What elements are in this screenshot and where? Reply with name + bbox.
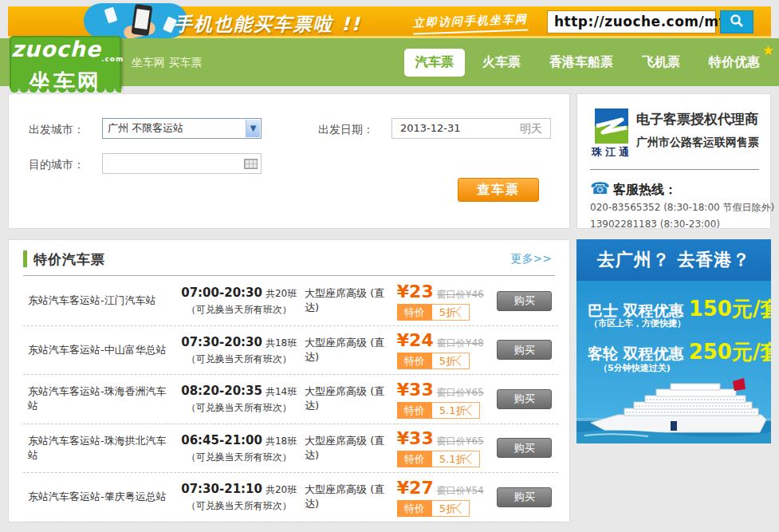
star-icon: ★ [762, 42, 774, 58]
mobile-url-box[interactable]: http://zuoche.com/mt [547, 10, 716, 33]
special-price: ¥33 [397, 380, 434, 400]
divider [23, 275, 555, 276]
site-logo[interactable]: zuoche.com 坐车网 [10, 36, 121, 89]
route-name: 东站汽车客运站-中山富华总站 [23, 343, 173, 357]
time-cell: 07:00-20:30共20班 （可兑换当天所有班次） [173, 285, 305, 317]
time-cell: 06:45-21:00共18班 （可兑换当天所有班次） [173, 432, 305, 464]
discount-badge: 特价5折 [397, 304, 470, 321]
section-title: 特价汽车票 [33, 250, 105, 269]
promo-banner: 手机也能买车票啦 !! 立即访问手机坐车网 http://zuoche.com/… [8, 6, 771, 38]
discount-badge: 特价5.1折 [397, 402, 480, 419]
depart-date-field[interactable]: 2013-12-31 明天 [391, 118, 551, 139]
discount-badge: 特价5折 [397, 353, 470, 369]
search-tickets-button[interactable]: 查车票 [458, 178, 539, 202]
agency-title: 电子客票授权代理商 [636, 110, 758, 128]
more-link[interactable]: 更多>> [511, 252, 552, 266]
route-name: 东站汽车客运站-珠海拱北汽车站 [23, 434, 173, 463]
window-price: 窗口价¥46 [437, 289, 484, 300]
logo-text-en: zuoche [11, 37, 101, 61]
buy-button[interactable]: 购买 [497, 389, 552, 409]
discount-badge: 特价5.1折 [397, 451, 480, 467]
dest-city-fieldwrap [102, 153, 262, 174]
depart-date-hint: 明天 [520, 119, 542, 138]
logo-text-com: .com [101, 55, 124, 63]
agency-panel: 珠江通 电子客票授权代理商 广州市公路客运联网售票 ☎客服热线： 020-835… [576, 93, 771, 229]
agency-subtitle: 广州市公路客运联网售票 [636, 136, 759, 150]
tab-special-offers[interactable]: 特价优惠★ [698, 49, 771, 77]
ad-bus-note: （市区上车，方便快捷） [589, 317, 686, 329]
chevron-down-icon[interactable]: ▼ [246, 120, 260, 137]
ad-body: 巴士 双程优惠150元/套 （市区上车，方便快捷） 客轮 双程优惠250元/套 … [576, 281, 771, 443]
special-price: ¥24 [397, 330, 434, 350]
special-price: ¥23 [397, 282, 434, 301]
phone-bubble-graphic [84, 3, 187, 38]
table-row: 东站汽车客运站-珠海香洲汽车站 08:20-20:35共14班 （可兑换当天所有… [23, 375, 558, 424]
route-name: 东站汽车客运站-肇庆粤运总站 [23, 490, 173, 504]
depart-date-value: 2013-12-31 [400, 119, 461, 138]
table-row: 东站汽车客运站-珠海拱北汽车站 06:45-21:00共18班 （可兑换当天所有… [23, 424, 558, 474]
tab-train-tickets[interactable]: 火车票 [471, 49, 532, 77]
url-search-button[interactable] [720, 10, 753, 33]
window-price: 窗口价¥48 [437, 337, 484, 349]
list-header: 特价汽车票 更多>> [9, 240, 569, 276]
seat-type: 大型座席高级 (直达) [305, 384, 397, 413]
dest-city-input[interactable] [103, 154, 238, 173]
table-row: 东站汽车客运站-中山富华总站 07:30-20:30共18班 （可兑换当天所有班… [23, 326, 558, 376]
time-cell: 08:20-20:35共14班 （可兑换当天所有班次） [173, 383, 305, 415]
time-cell: 07:30-21:10共20班 （可兑换当天所有班次） [173, 481, 305, 513]
depart-city-label: 出发城市： [29, 123, 85, 137]
tab-hk-tickets[interactable]: 香港车船票 [538, 49, 624, 77]
banner-visit-text: 立即访问手机坐车网 [413, 12, 529, 34]
green-bar-accent [23, 250, 27, 267]
window-price: 窗口价¥65 [437, 435, 484, 447]
price-cell: ¥33窗口价¥65 特价5.1折 [397, 428, 498, 467]
divider [590, 169, 759, 170]
search-icon [730, 14, 744, 30]
buy-button[interactable]: 购买 [497, 340, 552, 360]
window-price: 窗口价¥65 [437, 387, 484, 398]
table-row: 东站汽车客运站-江门汽车站 07:00-20:30共20班 （可兑换当天所有班次… [23, 277, 558, 326]
telephone-icon: ☎ [590, 179, 610, 198]
hotline-heading: ☎客服热线： [590, 179, 677, 199]
price-cell: ¥27窗口价¥54 特价5折 [397, 478, 498, 517]
keyboard-icon[interactable] [244, 159, 258, 169]
ticket-search-panel: 出发城市： 广州 不限客运站 ▼ 出发日期： 2013-12-31 明天 目的城… [8, 93, 570, 229]
breadcrumb: 坐车网 买车票 [132, 56, 202, 70]
special-price: ¥33 [397, 428, 434, 448]
hotline-phone-2: 13902281183 (8:30-23:00) [590, 219, 720, 230]
banner-slogan: 手机也能买车票啦 !! [174, 12, 361, 37]
price-cell: ¥23窗口价¥46 特价5折 [397, 282, 498, 321]
promo-ad[interactable]: 去广州？ 去香港？ 巴士 双程优惠150元/套 （市区上车，方便快捷） 客轮 双… [576, 239, 771, 443]
ticket-icon [104, 7, 118, 24]
buy-button[interactable]: 购买 [497, 487, 552, 507]
time-cell: 07:30-20:30共18班 （可兑换当天所有班次） [173, 334, 305, 366]
ad-ferry-note: （5分钟快速过关) [599, 362, 671, 374]
buy-button[interactable]: 购买 [497, 291, 552, 311]
ticket-rows: 东站汽车客运站-江门汽车站 07:00-20:30共20班 （可兑换当天所有班次… [23, 277, 558, 522]
price-cell: ¥24窗口价¥48 特价5折 [397, 330, 498, 369]
seat-type: 大型座席高级 (直达) [305, 483, 397, 511]
price-cell: ¥33窗口价¥65 特价5.1折 [397, 380, 498, 419]
zhujiangtong-label: 珠江通 [592, 145, 632, 160]
logo-text-cn: 坐车网 [11, 71, 120, 93]
zhujiangtong-logo [595, 108, 628, 144]
route-name: 东站汽车客运站-江门汽车站 [23, 294, 173, 308]
tab-flight-tickets[interactable]: 飞机票 [631, 49, 691, 77]
hotline-phone-1: 020-83565352 (8:30-18:00 节假日除外) [590, 201, 774, 215]
cruise-ship-image [576, 373, 771, 443]
buy-button[interactable]: 购买 [497, 438, 552, 458]
main-nav: zuoche.com 坐车网 坐车网 买车票 汽车票 火车票 香港车船票 飞机票… [0, 38, 779, 86]
special-price: ¥27 [397, 478, 434, 498]
table-row: 东站汽车客运站-肇庆粤运总站 07:30-21:10共20班 （可兑换当天所有班… [23, 473, 558, 522]
depart-date-label: 出发日期： [318, 123, 374, 137]
ad-headline: 去广州？ 去香港？ [576, 239, 771, 281]
discount-badge: 特价5折 [397, 500, 470, 517]
depart-city-select[interactable]: 广州 不限客运站 ▼ [102, 118, 262, 139]
special-tickets-panel: 特价汽车票 更多>> 东站汽车客运站-江门汽车站 07:00-20:30共20班… [8, 239, 570, 522]
seat-type: 大型座席高级 (直达) [305, 336, 397, 365]
window-price: 窗口价¥54 [437, 485, 484, 496]
seat-type: 大型座席高级 (直达) [305, 286, 397, 315]
route-name: 东站汽车客运站-珠海香洲汽车站 [23, 384, 173, 413]
tab-bus-tickets[interactable]: 汽车票 [404, 49, 465, 77]
seat-type: 大型座席高级 (直达) [305, 434, 397, 463]
